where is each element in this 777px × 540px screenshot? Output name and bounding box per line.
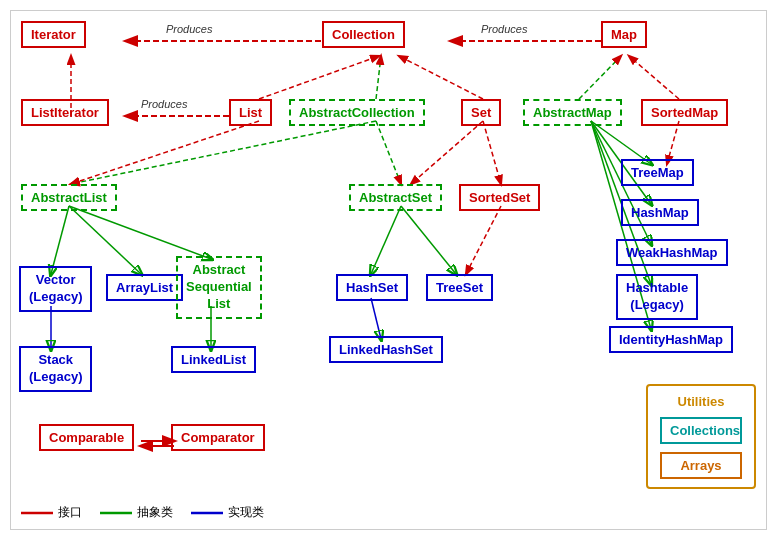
legend-impl: 实现类 [191, 504, 264, 521]
diagram-container: Produces Produces Produces [10, 10, 767, 530]
svg-line-21 [51, 206, 69, 274]
node-treeset: TreeSet [426, 274, 493, 301]
node-identityhashmap: IdentityHashMap [609, 326, 733, 353]
node-set: Set [461, 99, 501, 126]
svg-line-14 [411, 121, 483, 184]
svg-line-23 [69, 206, 211, 259]
node-linkedlist: LinkedList [171, 346, 256, 373]
node-abstractset: AbstractSet [349, 184, 442, 211]
svg-text:Produces: Produces [141, 98, 188, 110]
node-abstractsequentiallist: AbstractSequentialList [176, 256, 262, 319]
legend-abstract-label: 抽象类 [137, 504, 173, 521]
svg-text:Produces: Produces [166, 23, 213, 35]
node-listiterator: ListIterator [21, 99, 109, 126]
node-comparator: Comparator [171, 424, 265, 451]
node-treemap: TreeMap [621, 159, 694, 186]
node-vector: Vector(Legacy) [19, 266, 92, 312]
node-arrays: Arrays [660, 452, 742, 479]
svg-line-6 [259, 56, 379, 99]
svg-line-7 [399, 56, 483, 99]
node-sortedmap: SortedMap [641, 99, 728, 126]
utilities-title: Utilities [660, 394, 742, 409]
node-hashset: HashSet [336, 274, 408, 301]
node-abstractlist: AbstractList [21, 184, 117, 211]
svg-line-9 [579, 56, 621, 99]
svg-text:Produces: Produces [481, 23, 528, 35]
svg-line-16 [591, 121, 651, 164]
svg-line-29 [371, 298, 381, 339]
node-list: List [229, 99, 272, 126]
legend-interface-label: 接口 [58, 504, 82, 521]
svg-line-13 [376, 121, 401, 184]
svg-line-10 [629, 56, 679, 99]
node-arraylist: ArrayList [106, 274, 183, 301]
node-hashmap: HashMap [621, 199, 699, 226]
svg-line-15 [483, 121, 501, 184]
svg-line-12 [71, 121, 259, 184]
node-abstractmap: AbstractMap [523, 99, 622, 126]
svg-line-26 [371, 206, 401, 274]
legend-abstract: 抽象类 [100, 504, 173, 521]
node-abstractcollection: AbstractCollection [289, 99, 425, 126]
svg-line-11 [71, 121, 376, 184]
node-collection: Collection [322, 21, 405, 48]
node-map: Map [601, 21, 647, 48]
legend-impl-label: 实现类 [228, 504, 264, 521]
node-sortedset: SortedSet [459, 184, 540, 211]
svg-line-22 [69, 206, 141, 274]
node-stack: Stack(Legacy) [19, 346, 92, 392]
node-iterator: Iterator [21, 21, 86, 48]
svg-line-8 [376, 56, 381, 99]
node-weakhashmap: WeakHashMap [616, 239, 728, 266]
svg-line-32 [667, 121, 679, 164]
node-linkedhashset: LinkedHashSet [329, 336, 443, 363]
svg-line-28 [466, 206, 501, 274]
node-collections: Collections [660, 417, 742, 444]
legend: 接口 抽象类 实现类 [21, 504, 264, 521]
node-hashtable: Hashtable(Legacy) [616, 274, 698, 320]
svg-line-27 [401, 206, 456, 274]
legend-interface: 接口 [21, 504, 82, 521]
utilities-box: Utilities Collections Arrays [646, 384, 756, 489]
node-comparable: Comparable [39, 424, 134, 451]
